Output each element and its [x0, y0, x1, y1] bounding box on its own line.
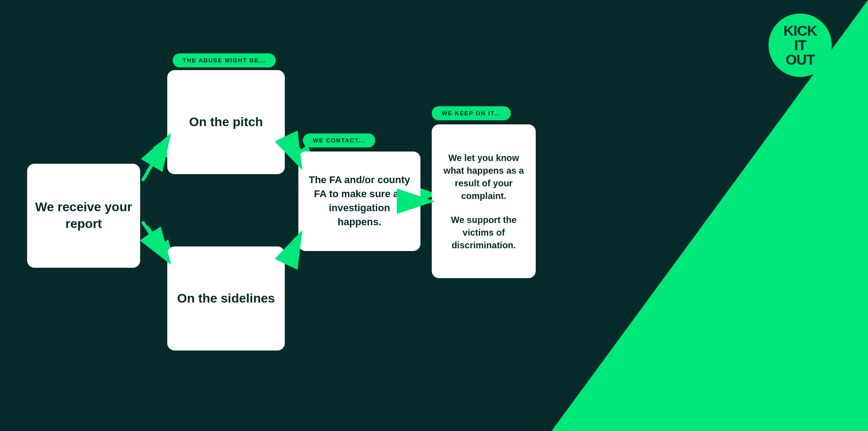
logo: KICK IT OUT: [769, 14, 832, 77]
card-pitch: On the pitch: [167, 70, 285, 174]
card-sidelines: On the sidelines: [167, 246, 285, 350]
card-final: We let you know what happens as a result…: [432, 124, 536, 278]
card-fa: The FA and/or county FA to make sure an …: [298, 152, 420, 251]
logo-text: KICK IT OUT: [783, 24, 817, 67]
card-receive-text: We receive your report: [27, 199, 140, 232]
card-pitch-text: On the pitch: [189, 114, 263, 130]
card-fa-text: The FA and/or county FA to make sure an …: [307, 173, 411, 229]
card-receive: We receive your report: [27, 164, 140, 268]
label-keep: WE KEEP ON IT...: [432, 106, 511, 120]
scene: KICK IT OUT We receive your report THE A…: [0, 0, 868, 431]
card-sidelines-text: On the sidelines: [177, 290, 275, 307]
label-contact: WE CONTACT...: [303, 133, 375, 147]
card-final-text1: We let you know what happens as a result…: [441, 152, 527, 202]
label-abuse: THE ABUSE MIGHT BE...: [173, 53, 276, 67]
card-final-text2: We support the victims of discrimination…: [441, 213, 527, 251]
